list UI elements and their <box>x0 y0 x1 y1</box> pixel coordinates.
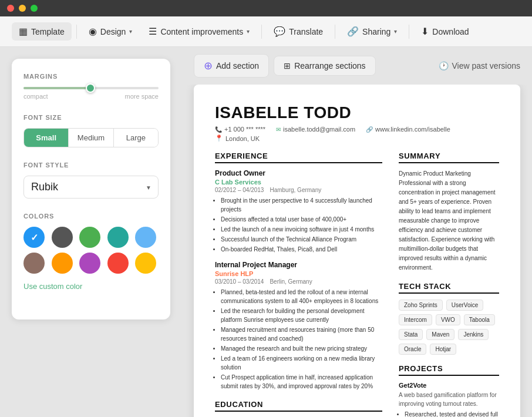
color-light-blue[interactable] <box>135 227 156 248</box>
toolbar-content[interactable]: ☰ Content improvements ▾ <box>142 22 257 41</box>
education-section: EDUCATION MSc Project and Process Manage… <box>215 400 382 417</box>
sharing-chevron: ▾ <box>394 28 397 35</box>
add-section-label: Add section <box>216 61 259 70</box>
slider-thumb[interactable] <box>86 83 95 93</box>
job-2-meta: 03/2010 – 03/2014 Berlin, Germany <box>215 278 382 285</box>
toolbar-download[interactable]: ⬇ Download <box>414 22 476 41</box>
view-versions-button[interactable]: 🕐 View past versions <box>439 61 520 70</box>
job-1-title: Product Owner <box>215 169 382 177</box>
tech-tag: Maven <box>426 329 454 340</box>
toolbar-translate[interactable]: 💬 Translate <box>267 22 330 41</box>
bullet: Researched, tested and devised full gami… <box>405 410 499 417</box>
bullet: On-boarded RedHat, Thales, Pica8, and De… <box>221 245 382 254</box>
custom-color-link[interactable]: Use custom color <box>23 282 82 291</box>
tech-tag: Hotjar <box>430 344 456 355</box>
font-style-label: FONT STYLE <box>23 162 159 169</box>
resume-location: 📍 London, UK <box>215 134 499 142</box>
resume-right-col: SUMMARY Dynamic Product Marketing Profes… <box>399 152 499 417</box>
contact-linkedin: 🔗 www.linkedin.com/isabelle <box>366 126 450 133</box>
color-amber[interactable] <box>135 253 156 274</box>
font-size-medium[interactable]: Medium <box>69 129 113 147</box>
color-gray[interactable] <box>52 227 73 248</box>
font-size-section: FONT SIZE Small Medium Large <box>23 114 159 147</box>
bullet: Led the research for building the person… <box>221 307 382 324</box>
more-space-label: more space <box>125 93 159 100</box>
tech-tag: Intercom <box>399 314 432 325</box>
location-icon: 📍 <box>215 134 223 142</box>
add-section-icon: ⊕ <box>204 59 213 72</box>
minimize-dot[interactable] <box>19 5 26 12</box>
toolbar-sharing[interactable]: 🔗 Sharing ▾ <box>340 22 404 41</box>
template-icon: ▦ <box>19 26 28 37</box>
add-section-button[interactable]: ⊕ Add section <box>194 54 269 78</box>
tech-stack-section: TECH STACK Zoho Sprints UserVoice Interc… <box>399 282 499 355</box>
rearrange-icon: ⊞ <box>284 61 291 70</box>
maximize-dot[interactable] <box>31 5 38 12</box>
design-chevron: ▾ <box>129 28 132 35</box>
tech-tag: UserVoice <box>446 300 484 311</box>
bullet: Planned, beta-tested and led the rollout… <box>221 288 382 305</box>
margins-label: MARGINS <box>23 73 159 80</box>
font-size-small[interactable]: Small <box>24 129 69 147</box>
font-select[interactable]: Rubik <box>23 176 159 199</box>
tech-tag: Stata <box>399 329 423 340</box>
bullet: Successful launch of the Technical Allia… <box>221 235 382 244</box>
slider-labels: compact more space <box>23 93 159 100</box>
color-purple[interactable] <box>79 253 100 274</box>
rearrange-label: Rearrange sections <box>294 61 365 70</box>
color-orange[interactable] <box>52 253 73 274</box>
color-teal[interactable] <box>107 227 129 248</box>
font-size-large[interactable]: Large <box>114 129 158 147</box>
margins-slider[interactable]: compact more space <box>23 87 159 100</box>
tech-tag: VWO <box>436 314 460 325</box>
color-red[interactable] <box>107 253 129 274</box>
colors-section: COLORS Use custom color <box>23 213 159 291</box>
job-1-meta: 02/2012 – 04/2013 Hamburg, Germany <box>215 187 382 193</box>
bullet: Led a team of 16 engineers working on a … <box>221 354 382 372</box>
project-1: Get2Vote A web based gamification platfo… <box>399 382 499 417</box>
colors-grid <box>23 227 159 274</box>
rearrange-button[interactable]: ⊞ Rearrange sections <box>274 56 375 76</box>
email-icon: ✉ <box>276 126 281 133</box>
right-content: ⊕ Add section ⊞ Rearrange sections 🕐 Vie… <box>182 47 532 417</box>
bullet: Cut Prospect application time in half, i… <box>221 373 382 391</box>
job-2-company: Sunrise HLP <box>215 270 382 277</box>
font-select-wrapper: Rubik <box>23 176 159 199</box>
toolbar-sep-2 <box>261 25 262 39</box>
job-2-location: Berlin, Germany <box>270 278 312 285</box>
slider-track <box>23 87 159 89</box>
top-toolbar: ▦ Template ◉ Design ▾ ☰ Content improvem… <box>0 16 532 47</box>
project-1-bullets: Researched, tested and devised full gami… <box>399 410 499 417</box>
resume-columns: EXPERIENCE Product Owner C Lab Services … <box>215 152 499 417</box>
toolbar-design[interactable]: ◉ Design ▾ <box>82 22 140 41</box>
translate-icon: 💬 <box>274 26 285 37</box>
bullet: Brought in the user perspective to 4 suc… <box>221 196 382 214</box>
tech-tags: Zoho Sprints UserVoice Intercom VWO Tabo… <box>399 300 499 355</box>
toolbar-template[interactable]: ▦ Template <box>12 22 72 41</box>
contact-email: ✉ isabelle.todd@gmail.com <box>276 126 355 133</box>
summary-text: Dynamic Product Marketing Professional w… <box>399 169 499 273</box>
slider-fill <box>23 87 88 89</box>
content-chevron: ▾ <box>247 28 250 35</box>
main-area: MARGINS compact more space FONT SIZE Sm <box>0 47 532 417</box>
color-brown[interactable] <box>23 253 45 274</box>
toolbar-sep-4 <box>409 25 409 39</box>
summary-title: SUMMARY <box>399 152 499 163</box>
bullet: Managed the research and built the new p… <box>221 344 382 353</box>
projects-section: PROJECTS Get2Vote A web based gamificati… <box>399 364 499 417</box>
color-green[interactable] <box>79 227 100 248</box>
job-2: Internal Project Manager Sunrise HLP 03/… <box>215 261 382 391</box>
color-blue[interactable] <box>23 227 45 248</box>
close-dot[interactable] <box>7 5 14 12</box>
design-label: Design <box>100 27 126 36</box>
resume-name: ISABELLE TODD <box>215 103 499 122</box>
font-size-label: FONT SIZE <box>23 114 159 121</box>
toolbar-sep-3 <box>335 25 335 39</box>
settings-card: MARGINS compact more space FONT SIZE Sm <box>12 59 170 320</box>
job-1-bullets: Brought in the user perspective to 4 suc… <box>215 196 382 254</box>
versions-icon: 🕐 <box>439 61 449 70</box>
linkedin-icon: 🔗 <box>366 126 373 133</box>
phone-icon: 📞 <box>215 126 222 133</box>
bullet: Managed recruitment and resources traini… <box>221 325 382 343</box>
colors-label: COLORS <box>23 213 159 220</box>
